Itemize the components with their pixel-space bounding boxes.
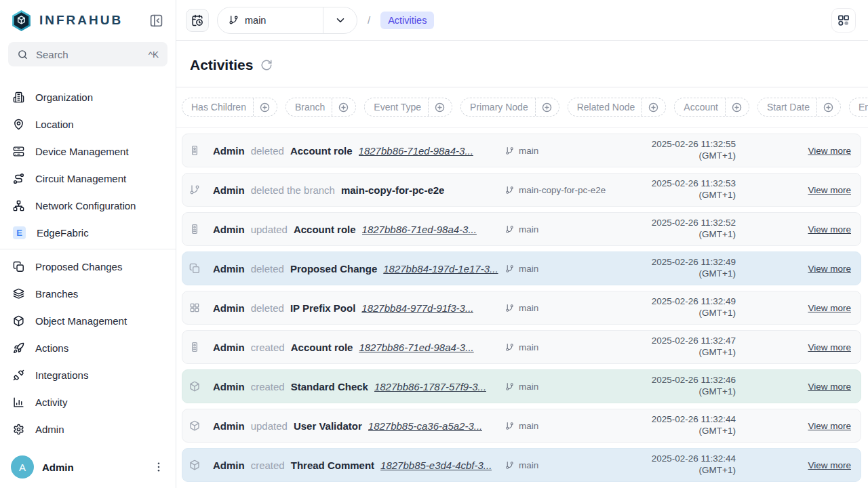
filter-add-button[interactable] bbox=[648, 102, 659, 113]
sidebar-item[interactable]: Circuit Management bbox=[0, 165, 176, 192]
filter-chip-divider bbox=[253, 98, 254, 116]
filter-add-button[interactable] bbox=[434, 102, 446, 113]
search-input[interactable]: Search ^K bbox=[8, 42, 167, 66]
sidebar-item-label: Device Management bbox=[35, 146, 129, 157]
activity-actor: Admin bbox=[213, 460, 245, 471]
filter-chip[interactable]: Related Node bbox=[568, 98, 667, 117]
refresh-button[interactable] bbox=[260, 59, 273, 71]
sidebar-item[interactable]: Integrations bbox=[0, 361, 176, 388]
filter-chip-label: End Date bbox=[850, 102, 868, 113]
activity-view-more-cell: View more bbox=[736, 223, 851, 235]
main-area: main / Activities Activities bbox=[176, 0, 868, 488]
sidebar-item[interactable]: Admin bbox=[0, 415, 176, 443]
sidebar-item[interactable]: Location bbox=[0, 110, 176, 138]
branch-icon bbox=[505, 382, 514, 391]
breadcrumb-current[interactable]: Activities bbox=[380, 12, 434, 29]
activity-actor: Admin bbox=[213, 420, 245, 432]
filter-chip[interactable]: Event Type bbox=[364, 98, 452, 117]
activity-summary: Admin deleted Account role 1827bb86-71ed… bbox=[207, 145, 505, 157]
kebab-icon bbox=[153, 461, 165, 473]
sidebar-item-label: Activity bbox=[35, 396, 68, 408]
plus-circle-icon bbox=[259, 102, 271, 113]
id-card-icon bbox=[189, 342, 200, 352]
sidebar-item[interactable]: Branches bbox=[0, 280, 176, 307]
building-icon bbox=[13, 92, 24, 103]
view-more-link[interactable]: View more bbox=[808, 303, 851, 313]
view-more-link[interactable]: View more bbox=[808, 421, 851, 431]
sidebar-item[interactable]: Proposed Changes bbox=[0, 253, 176, 280]
sidebar: INFRAHUB Search ^K Organization Location bbox=[0, 0, 176, 488]
activity-object-link[interactable]: 1827bb84-197d-1e17-3... bbox=[383, 263, 498, 274]
branch-icon bbox=[505, 146, 514, 155]
filter-add-button[interactable] bbox=[259, 102, 271, 113]
view-more-link[interactable]: View more bbox=[808, 185, 851, 195]
activity-branch-name: main bbox=[519, 421, 538, 431]
activity-object-link[interactable]: 1827bb86-71ed-98a4-3... bbox=[359, 145, 473, 157]
sidebar-item[interactable]: E EdgeFabric bbox=[0, 219, 176, 241]
view-more-link[interactable]: View more bbox=[808, 146, 851, 156]
activity-branch: main bbox=[505, 264, 644, 274]
activity-branch-name: main-copy-for-pc-e2e bbox=[519, 185, 606, 195]
view-more-link[interactable]: View more bbox=[808, 460, 851, 470]
sidebar-collapse-button[interactable] bbox=[149, 14, 163, 28]
activity-timestamp: 2025-02-26 11:32:53 (GMT+1) bbox=[644, 178, 736, 201]
user-menu-button[interactable] bbox=[153, 461, 165, 473]
filter-chip[interactable]: Has Children bbox=[182, 98, 277, 117]
view-more-link[interactable]: View more bbox=[808, 342, 851, 352]
activity-view-more-cell: View more bbox=[736, 262, 851, 274]
filter-add-button[interactable] bbox=[338, 102, 349, 113]
filter-chip[interactable]: Account bbox=[674, 98, 749, 117]
timeline-button[interactable] bbox=[186, 9, 209, 32]
view-more-link[interactable]: View more bbox=[808, 224, 851, 235]
activity-row[interactable]: Admin deleted Account role 1827bb86-71ed… bbox=[182, 134, 861, 167]
filter-add-button[interactable] bbox=[731, 102, 743, 113]
filter-add-button[interactable] bbox=[823, 102, 834, 113]
branch-dropdown-toggle[interactable] bbox=[323, 7, 357, 33]
filter-chip[interactable]: Primary Node bbox=[460, 98, 559, 117]
activity-object-link[interactable]: 1827bb85-e3d4-4cbf-3... bbox=[380, 460, 492, 471]
sidebar-item[interactable]: Actions bbox=[0, 334, 176, 361]
apps-button[interactable] bbox=[831, 8, 856, 33]
sidebar-item[interactable]: Organization bbox=[0, 83, 176, 110]
sidebar-item-label: Location bbox=[35, 119, 74, 130]
sidebar-item[interactable]: Object Management bbox=[0, 307, 176, 334]
activity-row[interactable]: Admin created Standard Check 1827bb86-17… bbox=[182, 369, 861, 403]
activity-object-link[interactable]: 1827bb86-71ed-98a4-3... bbox=[362, 224, 477, 235]
sidebar-item-label: Integrations bbox=[35, 369, 88, 381]
sidebar-item[interactable]: Network Configuration bbox=[0, 192, 176, 219]
activity-row[interactable]: Admin updated User Validator 1827bb85-ca… bbox=[182, 409, 861, 443]
activity-branch: main bbox=[505, 460, 644, 470]
sidebar-menu-secondary: Proposed Changes Branches Object Managem… bbox=[0, 253, 176, 443]
activity-object-link[interactable]: 1827bb84-977d-91f3-3... bbox=[361, 302, 473, 314]
sidebar-item-label: Proposed Changes bbox=[35, 261, 122, 272]
activity-row[interactable]: Admin created Thread Comment 1827bb85-e3… bbox=[182, 448, 861, 482]
user-name: Admin bbox=[42, 462, 74, 473]
activity-branch: main bbox=[505, 382, 644, 392]
copy-icon bbox=[189, 263, 200, 274]
activity-row[interactable]: Admin created Account role 1827bb86-71ed… bbox=[182, 330, 861, 364]
branch-current[interactable]: main bbox=[218, 7, 323, 33]
filter-chip[interactable]: End Date bbox=[849, 98, 868, 117]
filter-chip[interactable]: Start Date bbox=[757, 98, 841, 117]
sidebar-item[interactable]: Device Management bbox=[0, 138, 176, 165]
sidebar-item[interactable]: Activity bbox=[0, 388, 176, 415]
activity-row[interactable]: Admin updated Account role 1827bb86-71ed… bbox=[182, 212, 861, 246]
activity-view-more-cell: View more bbox=[736, 144, 851, 157]
cube-icon bbox=[189, 381, 200, 392]
activity-row[interactable]: Admin deleted the branch main-copy-for-p… bbox=[182, 173, 861, 207]
activity-row[interactable]: Admin deleted IP Prefix Pool 1827bb84-97… bbox=[182, 291, 861, 325]
view-more-link[interactable]: View more bbox=[808, 264, 851, 274]
filter-add-button[interactable] bbox=[541, 102, 553, 113]
branch-selector[interactable]: main bbox=[217, 7, 357, 34]
filter-chip[interactable]: Branch bbox=[285, 98, 356, 117]
activity-object-link[interactable]: 1827bb86-71ed-98a4-3... bbox=[359, 342, 473, 353]
activity-object-link[interactable]: 1827bb85-ca36-a5a2-3... bbox=[368, 420, 482, 432]
content: Activities Has Children bbox=[176, 41, 868, 488]
activity-date: 2025-02-26 11:32:44 bbox=[644, 414, 736, 426]
activity-timestamp: 2025-02-26 11:32:55 (GMT+1) bbox=[644, 139, 736, 162]
chevron-down-icon bbox=[334, 14, 347, 26]
activity-row[interactable]: Admin deleted Proposed Change 1827bb84-1… bbox=[182, 251, 861, 285]
activity-object-type: Thread Comment bbox=[291, 460, 374, 471]
view-more-link[interactable]: View more bbox=[808, 382, 851, 392]
activity-object-link[interactable]: 1827bb86-1787-57f9-3... bbox=[374, 381, 486, 392]
